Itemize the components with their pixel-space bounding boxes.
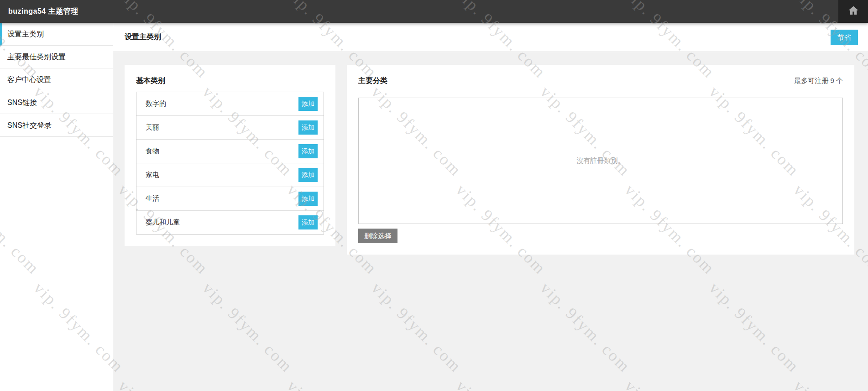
delete-selected-button[interactable]: 删除选择 — [358, 229, 397, 243]
category-label: 美丽 — [146, 123, 298, 132]
base-category-list: 数字的添加美丽添加食物添加家电添加生活添加婴儿和儿童添加 — [136, 92, 324, 235]
main-category-title: 主要分类 — [358, 76, 387, 86]
category-label: 食物 — [146, 147, 298, 156]
add-button[interactable]: 添加 — [298, 168, 318, 182]
category-label: 家电 — [146, 171, 298, 179]
add-button[interactable]: 添加 — [298, 215, 318, 229]
category-row: 生活添加 — [136, 187, 324, 211]
category-row: 家电添加 — [136, 163, 324, 187]
sidebar-item-2[interactable]: 客户中心设置 — [0, 68, 113, 91]
app-header: buzinga54 主题管理 — [0, 0, 868, 23]
main-category-header: 主要分类 最多可注册 9 个 — [358, 76, 843, 92]
main-area: 设置主类别 节省 基本类别 数字的添加美丽添加食物添加家电添加生活添加婴儿和儿童… — [113, 23, 868, 391]
sidebar-item-0[interactable]: 设置主类别 — [0, 23, 113, 46]
base-category-card: 基本类别 数字的添加美丽添加食物添加家电添加生活添加婴儿和儿童添加 — [125, 65, 335, 246]
registration-limit-note: 最多可注册 9 个 — [794, 77, 843, 85]
empty-message: 沒有註冊類別。 — [577, 156, 625, 165]
sidebar-item-4[interactable]: SNS社交登录 — [0, 114, 113, 137]
add-button[interactable]: 添加 — [298, 144, 318, 158]
category-row: 美丽添加 — [136, 116, 324, 140]
category-label: 婴儿和儿童 — [146, 218, 298, 227]
home-icon — [848, 5, 859, 18]
category-row: 数字的添加 — [136, 92, 324, 116]
sidebar: 设置主类别主要最佳类别设置客户中心设置SNS链接SNS社交登录 — [0, 23, 113, 391]
home-button[interactable] — [838, 0, 868, 23]
sidebar-item-1[interactable]: 主要最佳类别设置 — [0, 46, 113, 68]
main-category-card: 主要分类 最多可注册 9 个 沒有註冊類別。 删除选择 — [347, 65, 854, 255]
category-label: 数字的 — [146, 99, 298, 108]
app-title: buzinga54 主题管理 — [0, 0, 868, 23]
add-button[interactable]: 添加 — [298, 97, 318, 111]
category-row: 婴儿和儿童添加 — [136, 211, 324, 234]
sidebar-item-3[interactable]: SNS链接 — [0, 91, 113, 114]
base-category-title: 基本类别 — [136, 76, 324, 86]
page-title-bar: 设置主类别 节省 — [113, 23, 868, 52]
category-row: 食物添加 — [136, 140, 324, 163]
add-button[interactable]: 添加 — [298, 192, 318, 206]
category-label: 生活 — [146, 194, 298, 203]
save-button[interactable]: 节省 — [831, 30, 858, 45]
content-area: 基本类别 数字的添加美丽添加食物添加家电添加生活添加婴儿和儿童添加 主要分类 最… — [113, 52, 868, 255]
registered-category-box: 沒有註冊類別。 — [358, 98, 843, 224]
add-button[interactable]: 添加 — [298, 120, 318, 135]
page-title: 设置主类别 — [125, 32, 161, 42]
